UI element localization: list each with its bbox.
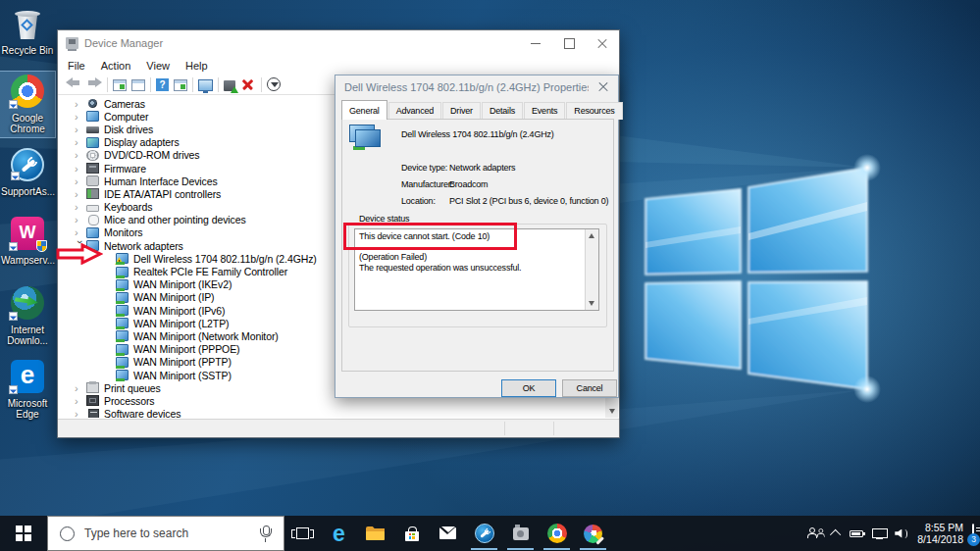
taskbar-edge[interactable]: [321, 516, 357, 551]
taskbar-supportassist[interactable]: [466, 516, 502, 551]
tree-item-label: WAN Miniport (IKEv2): [133, 278, 232, 290]
tree-item-label: Computer: [104, 111, 148, 123]
netadapter-icon: [116, 330, 129, 341]
statusbar-divider: [553, 422, 554, 435]
uninstall-icon[interactable]: [240, 77, 256, 91]
statusbar-divider: [504, 422, 505, 435]
desktop-icon-label: Recycle Bin: [0, 44, 55, 59]
ok-button[interactable]: OK: [501, 379, 556, 397]
menu-help[interactable]: Help: [178, 58, 216, 74]
taskbar-store[interactable]: [393, 516, 430, 551]
taskbar-file-explorer[interactable]: [357, 516, 393, 551]
notification-badge: 3: [967, 533, 980, 546]
properties-window-icon[interactable]: [131, 79, 145, 91]
status-scrollbar[interactable]: [585, 229, 598, 310]
tree-item-label: IDE ATA/ATAPI controllers: [104, 188, 221, 200]
netadapter-icon: [116, 292, 129, 303]
processor-icon: [86, 395, 99, 406]
tab-driver[interactable]: Driver: [442, 102, 481, 120]
desktop-icon-recycle-bin[interactable]: Recycle Bin: [0, 6, 55, 59]
taskbar: Type here to search 8:55 PM 8/14/2018: [0, 516, 980, 551]
show-hidden-icons-chevron[interactable]: [830, 529, 841, 540]
nav-forward-icon[interactable]: [86, 77, 102, 91]
show-window-icon[interactable]: [174, 79, 187, 91]
tab-events[interactable]: Events: [524, 102, 565, 120]
tree-item-label: WAN Miniport (IPv6): [133, 305, 225, 317]
desktop-icon-supportassist[interactable]: SupportAs...: [0, 145, 55, 200]
tab-advanced[interactable]: Advanced: [388, 102, 441, 120]
recycle-emblem-icon: [21, 19, 33, 31]
cancel-button[interactable]: Cancel: [562, 379, 617, 397]
clock-date: 8/14/2018: [917, 533, 963, 545]
wampserver-icon: [11, 217, 44, 250]
task-view-button[interactable]: [284, 516, 321, 551]
expand-chevron-icon[interactable]: ›: [75, 137, 86, 147]
microphone-icon[interactable]: [258, 526, 272, 541]
tree-item-software-devices[interactable]: ›Software devices: [59, 408, 606, 419]
field-value: Broadcom: [449, 179, 488, 189]
close-button[interactable]: [586, 30, 619, 56]
remote-monitor-icon[interactable]: [198, 79, 213, 91]
dialog-titlebar[interactable]: Dell Wireless 1704 802.11b/g/n (2.4GHz) …: [335, 75, 618, 98]
expand-chevron-icon[interactable]: ›: [75, 164, 86, 174]
paint-icon: [584, 525, 602, 543]
maximize-button[interactable]: [552, 30, 586, 56]
field-label: Manufacturer:: [401, 179, 449, 189]
red-rectangle-annotation: [343, 223, 517, 250]
scroll-up-icon[interactable]: [586, 229, 598, 242]
taskbar-chrome[interactable]: [539, 516, 575, 551]
minimize-button[interactable]: [519, 30, 552, 56]
desktop-icon-google-chrome[interactable]: Google Chrome: [0, 72, 55, 137]
expand-chevron-icon[interactable]: ›: [75, 176, 86, 186]
expand-chevron-icon[interactable]: ›: [75, 99, 86, 109]
expand-chevron-icon[interactable]: ›: [75, 189, 86, 199]
battery-icon[interactable]: [850, 530, 863, 537]
people-icon[interactable]: [807, 527, 824, 539]
taskbar-paint[interactable]: [575, 516, 611, 551]
desktop-icon-wampserver[interactable]: Wampserv...: [0, 214, 55, 269]
firmware-icon: [86, 163, 99, 174]
tab-resources[interactable]: Resources: [566, 102, 622, 120]
scan-changes-icon[interactable]: [267, 77, 281, 91]
tree-item-label: Software devices: [104, 408, 181, 418]
expand-chevron-icon[interactable]: ›: [75, 383, 86, 393]
device-manager-titlebar[interactable]: Device Manager: [58, 30, 619, 56]
expand-chevron-icon[interactable]: ›: [75, 202, 86, 212]
field-value: Network adapters: [449, 163, 515, 173]
menu-view[interactable]: View: [138, 58, 178, 74]
volume-icon[interactable]: [895, 528, 908, 539]
desktop-icon-internet-download-manager[interactable]: Internet Downlo...: [0, 283, 55, 349]
scroll-down-icon[interactable]: [586, 297, 598, 310]
dialog-close-button[interactable]: [589, 75, 618, 98]
desktop-icon-microsoft-edge[interactable]: Microsoft Edge: [0, 357, 55, 423]
expand-chevron-icon[interactable]: ›: [75, 215, 86, 225]
update-driver-icon[interactable]: [224, 80, 235, 91]
start-button[interactable]: [0, 516, 47, 551]
taskbar-clock[interactable]: 8:55 PM 8/14/2018: [917, 522, 963, 545]
cortana-icon: [60, 526, 75, 541]
taskbar-mail[interactable]: [430, 516, 466, 551]
expand-chevron-icon[interactable]: ›: [75, 150, 86, 160]
expand-chevron-icon[interactable]: ›: [75, 409, 86, 418]
scroll-down-icon[interactable]: [605, 405, 618, 418]
expand-chevron-icon[interactable]: ›: [75, 112, 86, 122]
menu-file[interactable]: File: [60, 58, 93, 74]
status-line: The requested operation was unsuccessful…: [359, 263, 581, 274]
expand-chevron-icon[interactable]: ›: [75, 125, 86, 134]
help-icon[interactable]: [156, 78, 169, 91]
tab-general[interactable]: General: [341, 100, 387, 120]
search-box[interactable]: Type here to search: [47, 516, 284, 551]
menu-action[interactable]: Action: [93, 58, 139, 74]
shield-badge-icon: [36, 240, 47, 252]
netadapter-icon: [116, 267, 129, 277]
nav-back-icon[interactable]: [66, 77, 81, 91]
shortcut-arrow-icon: [11, 172, 20, 180]
taskbar-device-manager[interactable]: [502, 516, 539, 551]
toolbar-separator: [150, 77, 151, 92]
expand-chevron-icon[interactable]: ›: [75, 396, 86, 406]
console-tree-icon[interactable]: [113, 79, 127, 91]
action-center-button[interactable]: 3: [972, 525, 974, 542]
network-icon[interactable]: [872, 528, 886, 539]
expand-chevron-icon[interactable]: ›: [75, 227, 86, 237]
tab-details[interactable]: Details: [482, 102, 523, 120]
